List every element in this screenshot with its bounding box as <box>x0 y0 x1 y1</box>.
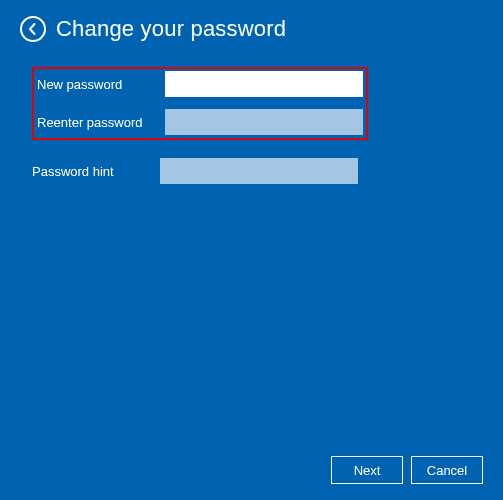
back-arrow-icon <box>26 22 40 36</box>
reenter-password-input[interactable] <box>165 109 363 135</box>
cancel-button[interactable]: Cancel <box>411 456 483 484</box>
footer-buttons: Next Cancel <box>331 456 483 484</box>
new-password-input[interactable] <box>165 71 363 97</box>
password-hint-input[interactable] <box>160 158 358 184</box>
password-form: New password Reenter password Password h… <box>0 67 503 184</box>
header: Change your password <box>0 0 503 47</box>
page-title: Change your password <box>56 16 286 42</box>
password-hint-label: Password hint <box>32 164 160 179</box>
new-password-label: New password <box>37 77 165 92</box>
back-button[interactable] <box>20 16 46 42</box>
next-button[interactable]: Next <box>331 456 403 484</box>
highlighted-password-fields: New password Reenter password <box>32 67 368 140</box>
reenter-password-label: Reenter password <box>37 115 165 130</box>
